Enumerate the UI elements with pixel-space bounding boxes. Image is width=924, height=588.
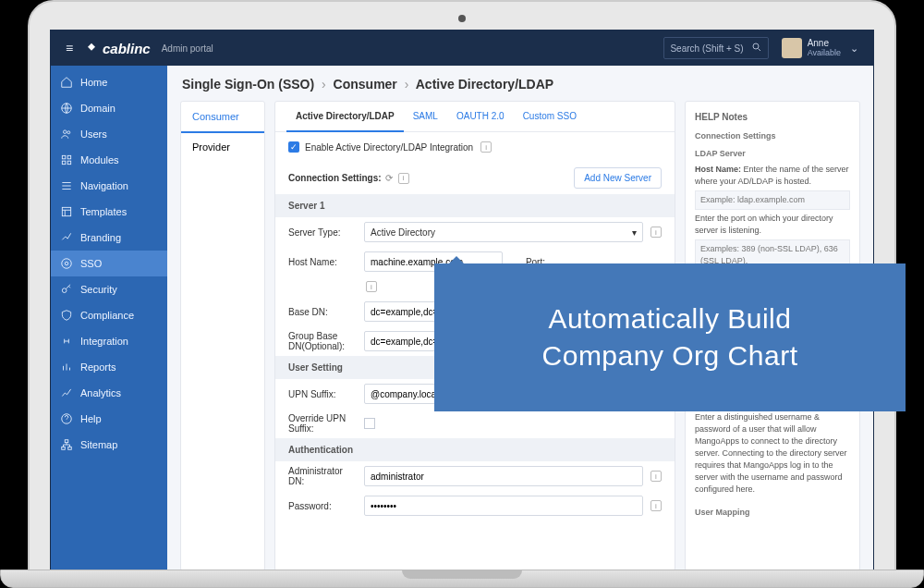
sidebar-item-sso[interactable]: SSO (51, 251, 167, 276)
info-icon[interactable]: i (480, 141, 492, 153)
sidebar-item-label: Analytics (80, 387, 121, 398)
sidebar-item-label: Branding (80, 232, 121, 243)
add-new-server-button[interactable]: Add New Server (574, 167, 662, 189)
brand-text: cablinc (103, 41, 151, 56)
server-type-label: Server Type: (288, 227, 359, 238)
tab-custom-sso[interactable]: Custom SSO (514, 102, 586, 131)
base-dn-label: Base DN: (288, 307, 359, 317)
svg-rect-8 (67, 161, 71, 165)
sidebar-item-label: Security (80, 284, 117, 295)
sidebar-item-label: Templates (80, 206, 127, 217)
svg-rect-5 (62, 155, 66, 159)
svg-point-4 (67, 131, 70, 134)
sidebar-item-reports[interactable]: Reports (51, 354, 167, 380)
shield-icon (60, 309, 73, 322)
topbar: ≡ cablinc Admin portal Search (Shift + S… (51, 31, 873, 66)
svg-point-10 (62, 259, 72, 269)
override-upn-checkbox[interactable] (364, 418, 375, 429)
user-name: Anne (808, 38, 841, 48)
sidebar-item-domain[interactable]: Domain (51, 95, 167, 121)
portal-label: Admin portal (162, 43, 213, 54)
sidebar-item-label: SSO (80, 258, 102, 269)
help-title: HELP Notes (695, 111, 850, 125)
authentication-header: Authentication (275, 438, 675, 461)
connection-settings-label: Connection Settings: (288, 173, 382, 183)
help-section: User Mapping (695, 507, 850, 519)
server-type-select[interactable]: Active Directory▾ (364, 222, 643, 242)
users-icon (60, 128, 73, 141)
scope-provider[interactable]: Provider (181, 132, 264, 162)
brand-logo[interactable]: cablinc (84, 41, 151, 56)
sidebar-item-home[interactable]: Home (51, 69, 167, 95)
sidebar-item-modules[interactable]: Modules (51, 147, 167, 173)
sidebar-item-label: Reports (80, 361, 116, 373)
reports-icon (60, 361, 73, 374)
admin-dn-input[interactable] (364, 466, 643, 486)
modules-icon (60, 153, 73, 166)
help-icon (60, 412, 73, 425)
avatar[interactable] (782, 38, 802, 58)
refresh-icon[interactable]: ⟳ (385, 173, 393, 183)
tab-ad-ldap[interactable]: Active Directory/LDAP (286, 102, 404, 132)
breadcrumb: Single Sign-On (SSO) › Consumer › Active… (167, 66, 873, 101)
upn-suffix-label: UPN Suffix: (288, 389, 359, 399)
user-block[interactable]: Anne Available (808, 38, 841, 58)
chevron-down-icon[interactable]: ⌄ (850, 43, 858, 55)
sidebar: Home Domain Users Modules Navigation Tem… (51, 66, 167, 571)
help-section: LDAP Server (695, 148, 850, 160)
sidebar-item-label: Navigation (80, 180, 128, 191)
laptop-base (0, 570, 924, 588)
sidebar-item-label: Integration (80, 336, 128, 347)
sidebar-item-templates[interactable]: Templates (51, 199, 167, 225)
svg-point-12 (62, 288, 67, 293)
enable-label: Enable Active Directory/LDAP Integration (305, 142, 473, 153)
info-icon[interactable]: i (650, 471, 662, 482)
home-icon (60, 76, 73, 89)
sidebar-item-integration[interactable]: Integration (51, 328, 167, 354)
sidebar-item-navigation[interactable]: Navigation (51, 173, 167, 199)
svg-point-0 (753, 43, 759, 49)
key-icon (60, 283, 73, 296)
sidebar-item-label: Help (80, 413, 102, 424)
server-1-header: Server 1 (275, 194, 675, 217)
info-icon[interactable]: i (650, 500, 662, 511)
password-label: Password: (288, 501, 359, 511)
laptop-camera (458, 15, 466, 22)
menu-icon[interactable]: ≡ (60, 41, 79, 55)
svg-line-1 (758, 49, 760, 52)
svg-rect-15 (62, 447, 66, 449)
password-input[interactable] (364, 496, 643, 516)
svg-rect-6 (67, 155, 71, 159)
sidebar-item-label: Domain (80, 103, 116, 114)
analytics-icon (60, 386, 73, 399)
sidebar-item-sitemap[interactable]: Sitemap (51, 432, 167, 458)
info-icon[interactable]: i (650, 227, 662, 238)
sidebar-item-branding[interactable]: Branding (51, 225, 167, 251)
sidebar-item-analytics[interactable]: Analytics (51, 380, 167, 406)
group-base-dn-label: Group Base DN(Optional): (288, 331, 359, 351)
admin-dn-label: Administrator DN: (288, 466, 359, 486)
sidebar-item-label: Modules (80, 154, 119, 165)
search-icon (751, 42, 762, 55)
tab-saml[interactable]: SAML (404, 102, 447, 131)
scope-consumer[interactable]: Consumer (181, 102, 264, 133)
sidebar-item-help[interactable]: Help (51, 406, 167, 432)
sidebar-item-security[interactable]: Security (51, 276, 167, 302)
svg-rect-7 (62, 161, 66, 165)
sidebar-item-label: Users (80, 129, 107, 140)
sso-scope-box: Consumer Provider (180, 101, 265, 571)
info-icon[interactable]: i (366, 281, 377, 292)
enable-checkbox[interactable]: ✓ (288, 141, 299, 153)
branding-icon (60, 231, 73, 244)
search-input[interactable]: Search (Shift + S) (663, 37, 768, 59)
info-icon[interactable]: i (398, 173, 409, 184)
sso-tabs: Active Directory/LDAP SAML OAUTH 2.0 Cus… (275, 102, 675, 132)
sidebar-item-users[interactable]: Users (51, 121, 167, 147)
user-status: Available (808, 48, 841, 58)
sidebar-item-label: Home (80, 77, 107, 88)
search-placeholder: Search (Shift + S) (670, 43, 743, 54)
sidebar-item-compliance[interactable]: Compliance (51, 302, 167, 328)
svg-point-3 (64, 130, 67, 134)
help-section: Connection Settings (695, 130, 850, 142)
tab-oauth[interactable]: OAUTH 2.0 (447, 102, 514, 131)
